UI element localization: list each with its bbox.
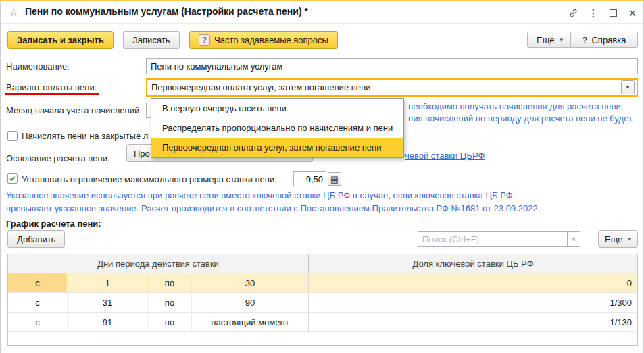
faq-question-icon: ? — [199, 34, 210, 46]
cell-share-value[interactable]: 1/130 — [309, 313, 637, 331]
table-row[interactable]: с 31 по 90 1/300 — [8, 293, 637, 313]
close-icon[interactable]: × — [626, 7, 639, 19]
favorite-star-icon[interactable]: ☆ — [9, 5, 18, 18]
more-button-table[interactable]: Еще ▾ — [598, 230, 638, 248]
search-clear-icon[interactable]: × — [568, 231, 580, 247]
table-row[interactable]: с 1 по 30 0 — [8, 273, 637, 293]
month-hint-line2: ния начислений по периоду для расчета пе… — [408, 113, 634, 124]
calculator-icon[interactable]: ▦ — [328, 172, 341, 186]
accrue-closed-checkbox[interactable] — [7, 131, 18, 141]
red-underline-annotation — [5, 93, 99, 95]
limit-label: Установить ограничение максимального раз… — [22, 174, 277, 184]
column-header-days[interactable]: Дни периода действия ставки — [8, 254, 309, 273]
limit-rate-input[interactable] — [293, 171, 326, 186]
payment-variant-dropdown-list: В первую очередь гасить пени Распределят… — [151, 98, 404, 158]
help-button-label: Справка — [591, 35, 626, 45]
cell-from-word[interactable]: с — [8, 293, 68, 312]
chevron-down-icon: ▾ — [628, 236, 631, 242]
limit-note-line1: Указанное значение используется при расч… — [6, 190, 513, 200]
add-row-button[interactable]: Добавить — [7, 230, 65, 248]
month-start-label: Месяц начала учета начислений: — [6, 105, 142, 115]
basis-label: Основание расчета пени: — [6, 153, 110, 163]
maximize-box — [610, 9, 617, 17]
cell-to-word[interactable]: по — [148, 313, 192, 331]
basis-key-rate-link[interactable]: чевой ставки ЦБРФ — [405, 151, 485, 161]
more-button-label: Еще — [537, 35, 554, 45]
cell-to-word[interactable]: по — [148, 273, 192, 292]
dropdown-option[interactable]: Распределять пропорционально по начислен… — [151, 118, 403, 138]
cell-to-value[interactable]: 30 — [192, 273, 309, 292]
table-header-row: Дни периода действия ставки Доля ключево… — [8, 254, 637, 273]
cell-to-value[interactable]: настоящий момент — [192, 313, 309, 331]
penalty-settings-window: ☆ Пени по коммунальным услугам (Настройк… — [0, 0, 644, 353]
more-table-label: Еще — [605, 234, 622, 244]
help-question-icon: ? — [583, 35, 588, 45]
more-button-top[interactable]: Еще ▾ — [527, 32, 572, 48]
name-input[interactable] — [146, 58, 638, 74]
payment-variant-label: Вариант оплаты пени: — [6, 82, 97, 92]
limit-note-line2: превышает указанное значение. Расчет про… — [6, 203, 540, 213]
dropdown-option[interactable]: В первую очередь гасить пени — [151, 99, 403, 118]
save-button[interactable]: Записать — [123, 31, 180, 49]
copy-link-icon[interactable] — [567, 7, 579, 19]
cell-from-value[interactable]: 91 — [68, 313, 148, 331]
payment-variant-combobox[interactable]: Первоочередная оплата услуг, затем погаш… — [146, 78, 638, 97]
cell-from-value[interactable]: 31 — [68, 293, 148, 312]
table-row[interactable]: с 91 по настоящий момент 1/130 — [8, 313, 637, 332]
help-button[interactable]: ? Справка — [570, 32, 638, 48]
cell-from-value[interactable]: 1 — [68, 273, 148, 292]
limit-checkbox[interactable]: ✔ — [7, 173, 18, 184]
column-header-share[interactable]: Доля ключевой ставки ЦБ РФ — [309, 254, 637, 273]
faq-button-label: Часто задаваемые вопросы — [214, 35, 328, 45]
save-and-close-button[interactable]: Записать и закрыть — [7, 31, 114, 49]
cell-from-word[interactable]: с — [8, 273, 68, 292]
cell-share-value[interactable]: 0 — [309, 273, 637, 292]
dropdown-option-selected[interactable]: Первоочередная оплата услуг, затем погаш… — [151, 138, 403, 157]
cell-to-value[interactable]: 90 — [192, 293, 309, 312]
window-title: Пени по коммунальным услугам (Настройки … — [25, 6, 308, 17]
schedule-table: Дни периода действия ставки Доля ключево… — [7, 254, 638, 346]
chevron-down-icon: ▾ — [560, 36, 563, 43]
name-label: Наименование: — [6, 61, 70, 72]
schedule-section-label: График расчета пени: — [6, 219, 101, 229]
cell-share-value[interactable]: 1/300 — [309, 293, 637, 312]
search-input[interactable] — [418, 231, 568, 247]
more-menu-icon[interactable]: ⋮ — [587, 7, 599, 19]
faq-button[interactable]: ? Часто задаваемые вопросы — [189, 31, 338, 49]
month-hint-line1: необходимо получать начисления для расче… — [408, 101, 623, 111]
maximize-icon[interactable] — [607, 7, 619, 19]
payment-variant-value: Первоочередная оплата услуг, затем погаш… — [147, 82, 621, 92]
cell-from-word[interactable]: с — [8, 313, 68, 331]
combobox-dropdown-icon[interactable]: ▼ — [621, 80, 635, 94]
cell-to-word[interactable]: по — [148, 293, 192, 312]
accrue-closed-label: Начислять пени на закрытые л — [22, 131, 148, 141]
chain-icon — [568, 8, 578, 18]
